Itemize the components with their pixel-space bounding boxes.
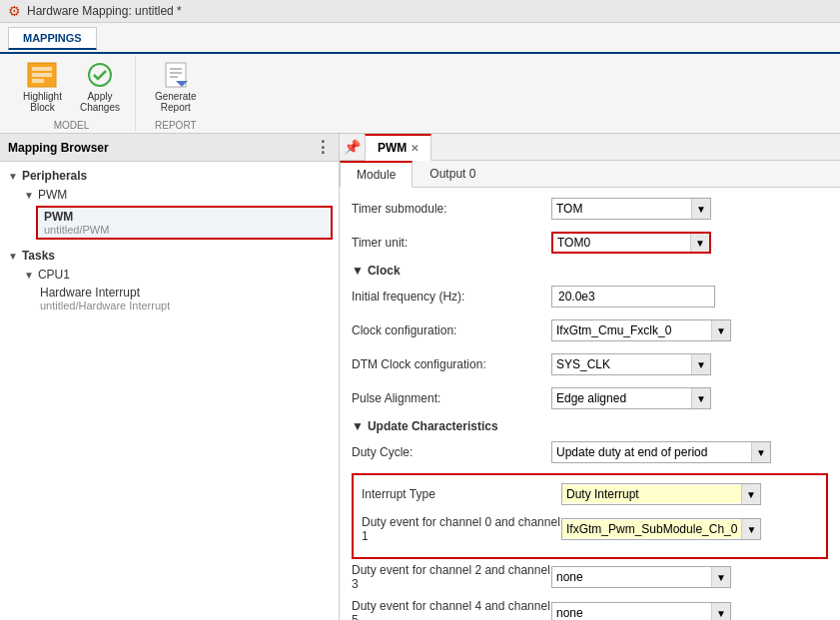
- title-bar: ⚙ Hardware Mapping: untitled *: [0, 0, 840, 23]
- report-section-label: REPORT: [155, 120, 197, 131]
- timer-submodule-select-wrapper: TOM ▼: [551, 198, 711, 220]
- duty-event-ch45-row: Duty event for channel 4 and channel 5 n…: [352, 599, 828, 620]
- pwm-group-label: PWM: [38, 188, 67, 202]
- peripherals-arrow: ▼: [8, 171, 18, 182]
- peripherals-label: Peripherals: [22, 169, 87, 183]
- dtm-clock-config-value[interactable]: SYS_CLK: [552, 355, 691, 373]
- duty-cycle-label: Duty Cycle:: [352, 445, 551, 459]
- tree-item-hw-interrupt[interactable]: Hardware Interrupt untitled/Hardware Int…: [0, 284, 339, 313]
- timer-submodule-row: Timer submodule: TOM ▼: [352, 196, 828, 222]
- interrupt-type-dropdown[interactable]: ▼: [741, 484, 760, 504]
- initial-frequency-row: Initial frequency (Hz):: [352, 284, 828, 310]
- pwm-tab-label: PWM: [378, 141, 407, 155]
- timer-unit-dropdown[interactable]: ▼: [690, 234, 709, 252]
- tasks-section[interactable]: ▼ Tasks: [0, 246, 339, 266]
- report-buttons: GenerateReport: [148, 56, 204, 118]
- duty-event-ch23-value[interactable]: none: [552, 568, 711, 586]
- highlight-block-button[interactable]: HighlightBlock: [16, 56, 69, 118]
- apply-changes-button[interactable]: ApplyChanges: [73, 56, 127, 118]
- cpu1-arrow: ▼: [24, 270, 34, 281]
- timer-submodule-control: TOM ▼: [551, 198, 711, 220]
- clock-config-control: IfxGtm_Cmu_Fxclk_0 ▼: [551, 319, 731, 341]
- interrupt-type-label: Interrupt Type: [362, 487, 561, 501]
- pwm-group-arrow: ▼: [24, 190, 34, 201]
- duty-event-ch23-row: Duty event for channel 2 and channel 3 n…: [352, 563, 828, 591]
- peripherals-section[interactable]: ▼ Peripherals: [0, 166, 339, 186]
- duty-cycle-control: Update duty at end of period ▼: [551, 441, 771, 463]
- mapping-browser-menu[interactable]: ⋮: [315, 138, 331, 157]
- duty-cycle-row: Duty Cycle: Update duty at end of period…: [352, 439, 828, 465]
- timer-unit-label: Timer unit:: [352, 236, 551, 250]
- apply-changes-label: ApplyChanges: [80, 91, 120, 113]
- output0-tab[interactable]: Output 0: [413, 161, 492, 187]
- duty-event-ch45-value[interactable]: none: [552, 604, 711, 620]
- highlight-block-label: HighlightBlock: [23, 91, 62, 113]
- app-icon: ⚙: [8, 3, 21, 19]
- timer-unit-control: TOM0 ▼: [551, 232, 711, 254]
- right-tabs: 📌 PWM ✕: [340, 134, 840, 161]
- initial-frequency-label: Initial frequency (Hz):: [352, 290, 551, 304]
- duty-event-ch45-label: Duty event for channel 4 and channel 5: [352, 599, 551, 620]
- model-buttons: HighlightBlock ApplyChanges: [16, 56, 127, 118]
- duty-event-ch01-control: IfxGtm_Pwm_SubModule_Ch_0 ▼: [561, 518, 761, 540]
- interrupt-type-value[interactable]: Duty Interrupt: [562, 485, 741, 503]
- clock-config-row: Clock configuration: IfxGtm_Cmu_Fxclk_0 …: [352, 317, 828, 343]
- duty-event-ch01-value[interactable]: IfxGtm_Pwm_SubModule_Ch_0: [562, 520, 741, 538]
- duty-event-ch01-select-wrapper: IfxGtm_Pwm_SubModule_Ch_0 ▼: [561, 518, 761, 540]
- hw-interrupt-name: Hardware Interrupt: [40, 286, 170, 300]
- tree-item-pwm-group[interactable]: ▼ PWM: [0, 186, 339, 204]
- timer-unit-value[interactable]: TOM0: [553, 234, 690, 252]
- pulse-alignment-value[interactable]: Edge aligned: [552, 389, 691, 407]
- generate-report-label: GenerateReport: [155, 91, 197, 113]
- highlight-block-icon: [26, 61, 58, 89]
- pulse-alignment-control: Edge aligned ▼: [551, 387, 711, 409]
- tasks-label: Tasks: [22, 249, 55, 263]
- svg-rect-1: [32, 67, 52, 71]
- duty-event-ch01-dropdown[interactable]: ▼: [741, 519, 760, 539]
- timer-submodule-label: Timer submodule:: [352, 202, 551, 216]
- duty-event-ch23-select-wrapper: none ▼: [551, 566, 731, 588]
- report-section: GenerateReport REPORT: [140, 56, 212, 131]
- pwm-tab-close[interactable]: ✕: [411, 143, 419, 154]
- initial-frequency-input[interactable]: [551, 286, 715, 308]
- pwm-selected-item[interactable]: PWM untitled/PWM: [36, 206, 333, 240]
- update-characteristics-arrow: ▼: [352, 419, 364, 433]
- window-title: Hardware Mapping: untitled *: [27, 4, 182, 18]
- clock-config-select-wrapper: IfxGtm_Cmu_Fxclk_0 ▼: [551, 319, 731, 341]
- duty-cycle-dropdown[interactable]: ▼: [751, 442, 770, 462]
- pulse-alignment-dropdown[interactable]: ▼: [691, 388, 710, 408]
- dtm-clock-config-label: DTM Clock configuration:: [352, 357, 551, 371]
- tree-item-cpu1[interactable]: ▼ CPU1: [0, 266, 339, 284]
- initial-frequency-control: [551, 286, 715, 308]
- dtm-clock-config-select-wrapper: SYS_CLK ▼: [551, 353, 711, 375]
- dtm-clock-config-row: DTM Clock configuration: SYS_CLK ▼: [352, 351, 828, 377]
- dtm-clock-config-control: SYS_CLK ▼: [551, 353, 711, 375]
- clock-label: Clock: [368, 264, 401, 278]
- dtm-clock-config-dropdown[interactable]: ▼: [691, 354, 710, 374]
- module-tab[interactable]: Module: [340, 161, 413, 188]
- timer-submodule-dropdown[interactable]: ▼: [691, 199, 710, 219]
- pwm-item-sub: untitled/PWM: [44, 224, 325, 236]
- clock-config-value[interactable]: IfxGtm_Cmu_Fxclk_0: [552, 321, 711, 339]
- mapping-browser-header: Mapping Browser ⋮: [0, 134, 339, 162]
- mappings-tab[interactable]: MAPPINGS: [8, 27, 97, 50]
- duty-cycle-value[interactable]: Update duty at end of period: [552, 443, 751, 461]
- sub-tabs: Module Output 0: [340, 161, 840, 188]
- duty-cycle-select-wrapper: Update duty at end of period ▼: [551, 441, 771, 463]
- duty-event-ch45-select-wrapper: none ▼: [551, 602, 731, 620]
- pwm-item-name: PWM: [44, 210, 325, 224]
- duty-event-ch23-control: none ▼: [551, 566, 731, 588]
- interrupt-type-row: Interrupt Type Duty Interrupt ▼: [362, 481, 818, 507]
- content-area: Timer submodule: TOM ▼ Timer unit: TOM0 …: [340, 188, 840, 620]
- hw-interrupt-sub: untitled/Hardware Interrupt: [40, 300, 170, 311]
- generate-report-button[interactable]: GenerateReport: [148, 56, 204, 118]
- duty-event-ch45-dropdown[interactable]: ▼: [711, 603, 730, 620]
- pwm-tab[interactable]: PWM ✕: [365, 134, 431, 161]
- duty-event-ch23-dropdown[interactable]: ▼: [711, 567, 730, 587]
- duty-event-ch01-row: Duty event for channel 0 and channel 1 I…: [362, 515, 818, 543]
- svg-rect-2: [32, 73, 52, 77]
- tasks-arrow: ▼: [8, 251, 18, 262]
- timer-submodule-value[interactable]: TOM: [552, 200, 691, 218]
- clock-config-dropdown[interactable]: ▼: [711, 320, 730, 340]
- tree-area: ▼ Peripherals ▼ PWM PWM untitled/PWM ▼ T…: [0, 162, 339, 620]
